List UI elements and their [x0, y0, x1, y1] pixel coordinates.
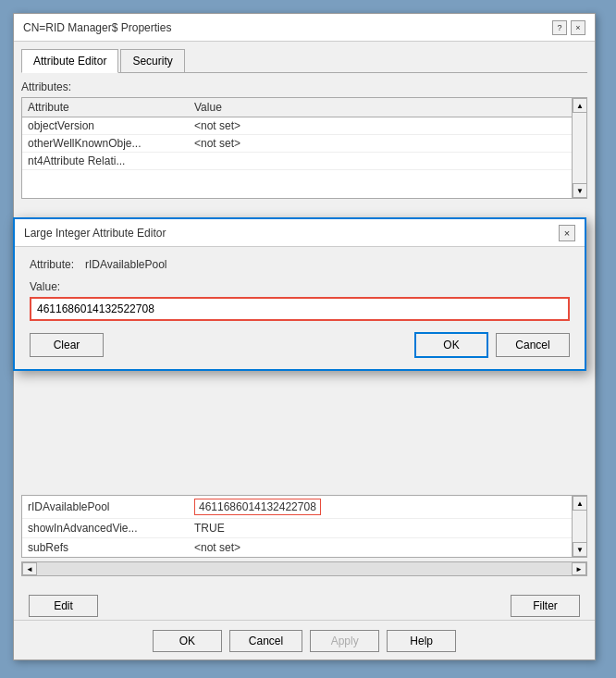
- lower-attr-name: rIDAvailablePool: [28, 500, 194, 513]
- dialog-close-button[interactable]: ×: [559, 225, 575, 241]
- lower-scrollbar[interactable]: ▲ ▼: [572, 496, 586, 557]
- bg-titlebar: CN=RID Manager$ Properties ? ×: [14, 14, 595, 42]
- table-row[interactable]: rIDAvailablePool 4611686014132422708: [22, 496, 586, 519]
- lower-section: rIDAvailablePool 4611686014132422708 sho…: [14, 491, 595, 576]
- dialog-value-label: Value:: [30, 280, 570, 293]
- bg-content: Attribute Editor Security Attributes: At…: [14, 42, 595, 206]
- bottom-buttons: OK Cancel Apply Help: [14, 620, 595, 652]
- lower-attr-name: showInAdvancedVie...: [28, 522, 194, 535]
- close-button[interactable]: ×: [571, 20, 585, 35]
- bg-window-title: CN=RID Manager$ Properties: [23, 21, 171, 34]
- attributes-table-wrapper: Attribute Value objectVersion <not set> …: [21, 97, 587, 199]
- help-button[interactable]: Help: [387, 630, 456, 652]
- table-header: Attribute Value: [22, 98, 586, 117]
- dialog-titlebar: Large Integer Attribute Editor ×: [15, 219, 585, 247]
- large-integer-dialog: Large Integer Attribute Editor × Attribu…: [13, 217, 586, 371]
- dialog-cancel-button[interactable]: Cancel: [496, 333, 570, 357]
- table-row[interactable]: otherWellKnownObje... <not set>: [22, 135, 586, 153]
- clear-button[interactable]: Clear: [30, 333, 104, 357]
- lower-attr-value: <not set>: [194, 541, 240, 554]
- scroll-up-arrow[interactable]: ▲: [573, 98, 587, 113]
- apply-button[interactable]: Apply: [310, 630, 379, 652]
- dialog-input-wrapper: Value:: [30, 280, 570, 321]
- horizontal-scrollbar[interactable]: ◄ ►: [21, 561, 587, 576]
- attr-name: otherWellKnownObje...: [28, 137, 194, 150]
- dialog-body: Attribute: rIDAvailablePool Value: Clear…: [15, 247, 585, 369]
- dialog-attribute-label: Attribute:: [30, 258, 85, 271]
- attr-name: objectVersion: [28, 119, 194, 132]
- dialog-attribute-value: rIDAvailablePool: [85, 258, 167, 271]
- bg-titlebar-controls: ? ×: [552, 20, 585, 35]
- tab-security[interactable]: Security: [120, 49, 184, 72]
- attr-name: nt4Attribute Relati...: [28, 154, 194, 167]
- attributes-table: Attribute Value objectVersion <not set> …: [21, 97, 587, 199]
- cancel-button[interactable]: Cancel: [229, 630, 302, 652]
- help-button[interactable]: ?: [552, 20, 567, 35]
- tab-bar: Attribute Editor Security: [21, 49, 587, 73]
- header-value: Value: [194, 101, 222, 114]
- edit-filter-row: Edit Filter: [14, 595, 595, 617]
- lower-attr-name: subRefs: [28, 541, 194, 554]
- attributes-label: Attributes:: [21, 80, 587, 93]
- attr-value: <not set>: [194, 119, 581, 132]
- lower-scroll-up[interactable]: ▲: [573, 496, 587, 511]
- edit-button[interactable]: Edit: [29, 595, 98, 617]
- scroll-right-arrow[interactable]: ►: [572, 562, 586, 575]
- table-row[interactable]: nt4Attribute Relati...: [22, 153, 586, 170]
- table-row[interactable]: subRefs <not set>: [22, 538, 586, 557]
- table-row[interactable]: objectVersion <not set>: [22, 117, 586, 135]
- header-attribute: Attribute: [28, 101, 194, 114]
- dialog-buttons: Clear OK Cancel: [30, 332, 570, 358]
- filter-button[interactable]: Filter: [511, 595, 580, 617]
- lower-table: rIDAvailablePool 4611686014132422708 sho…: [21, 495, 587, 558]
- lower-attr-value-highlighted: 4611686014132422708: [194, 499, 321, 515]
- attr-value: <not set>: [194, 137, 581, 150]
- dialog-ok-button[interactable]: OK: [414, 332, 488, 358]
- lower-attr-value: TRUE: [194, 522, 225, 535]
- dialog-title: Large Integer Attribute Editor: [24, 227, 166, 240]
- scroll-left-arrow[interactable]: ◄: [22, 562, 37, 575]
- tab-attribute-editor[interactable]: Attribute Editor: [21, 49, 118, 73]
- ok-button[interactable]: OK: [153, 630, 222, 652]
- dialog-value-input[interactable]: [30, 297, 570, 321]
- lower-scroll-down[interactable]: ▼: [573, 542, 587, 557]
- scrollbar[interactable]: ▲ ▼: [572, 98, 586, 198]
- scroll-down-arrow[interactable]: ▼: [573, 183, 587, 198]
- attr-value: [194, 154, 581, 167]
- table-row[interactable]: showInAdvancedVie... TRUE: [22, 519, 586, 538]
- dialog-attribute-row: Attribute: rIDAvailablePool: [30, 258, 570, 271]
